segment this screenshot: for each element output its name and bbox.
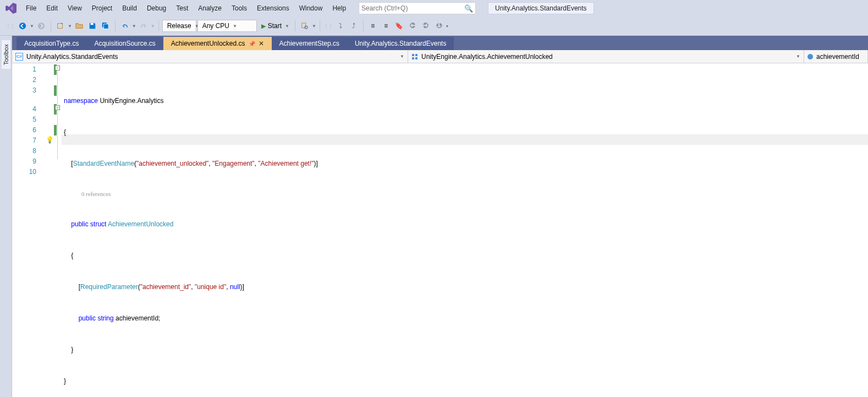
svg-rect-2 (58, 24, 63, 29)
menu-debug[interactable]: Debug (142, 1, 171, 15)
struct-icon (411, 53, 418, 60)
codelens[interactable]: 0 references (62, 190, 868, 198)
menu-bar: File Edit View Project Build Debug Test … (0, 0, 868, 17)
search-input[interactable] (361, 4, 464, 12)
field-icon (807, 54, 813, 59)
find-in-files-button[interactable] (299, 20, 311, 32)
left-dock: Toolbox (0, 36, 12, 397)
vs-logo-icon (6, 3, 17, 14)
quick-launch[interactable]: 🔍 (359, 2, 476, 14)
lightbulb-icon[interactable]: 💡 (46, 136, 54, 144)
toolbar-grip-icon: ⋮⋮ (6, 23, 14, 29)
menu-tools[interactable]: Tools (227, 1, 252, 15)
decrease-indent-button[interactable]: ≡ (367, 20, 379, 32)
toolbar-grip-icon: ⋮⋮ (323, 23, 332, 29)
solution-platform-dropdown[interactable]: Any CPU▼ (197, 20, 257, 32)
increase-indent-button[interactable]: ≡ (380, 20, 392, 32)
csharp-icon: C# (15, 53, 23, 61)
nav-forward-button[interactable] (35, 20, 47, 32)
menu-help[interactable]: Help (327, 1, 351, 15)
menu-file[interactable]: File (21, 1, 41, 15)
line-number-gutter: 123 45678910 (12, 63, 45, 397)
menu-test[interactable]: Test (171, 1, 193, 15)
code-surface[interactable]: namespace UnityEngine.Analytics { [Stand… (62, 63, 868, 397)
toolbox-tab[interactable]: Toolbox (2, 40, 10, 69)
menu-analyze[interactable]: Analyze (193, 1, 227, 15)
prev-bookmark-button[interactable]: ⮈ (406, 20, 419, 32)
fold-toggle[interactable]: − (55, 66, 60, 70)
svg-point-0 (19, 23, 26, 29)
bookmark-button[interactable]: 🔖 (393, 20, 405, 32)
close-icon[interactable]: ✕ (259, 40, 264, 47)
tab-achievementunlocked[interactable]: AchievementUnlocked.cs 📌 ✕ (163, 37, 272, 50)
tab-standardevents[interactable]: Unity.Analytics.StandardEvents (347, 37, 454, 50)
standard-toolbar: ⋮⋮ ▼ ▼ ▼ ▼ Release▼ Any CPU▼ ▶Start▼ ▼ ⋮… (0, 17, 868, 36)
type-dropdown[interactable]: UnityEngine.Analytics.AchievementUnlocke… (408, 50, 804, 63)
undo-button[interactable] (119, 20, 131, 32)
save-button[interactable] (86, 20, 98, 32)
new-project-button[interactable] (54, 20, 67, 32)
svg-rect-4 (302, 23, 306, 28)
menu-window[interactable]: Window (294, 1, 328, 15)
search-icon[interactable]: 🔍 (464, 4, 473, 13)
step-over-button[interactable]: ⤴ (348, 20, 360, 32)
svg-rect-9 (415, 57, 417, 59)
outlining-margin: − − (54, 63, 62, 397)
open-file-button[interactable] (73, 20, 85, 32)
menu-build[interactable]: Build (117, 1, 142, 15)
clear-bookmarks-button[interactable]: ⮋ (433, 20, 445, 32)
svg-point-1 (38, 23, 45, 29)
save-all-button[interactable] (100, 20, 112, 32)
solution-config-dropdown[interactable]: Release▼ (162, 20, 196, 32)
tab-acquisitionsource[interactable]: AcquisitionSource.cs (86, 37, 163, 50)
scope-dropdown[interactable]: C# Unity.Analytics.StandardEvents▼ (12, 50, 408, 63)
svg-point-5 (305, 26, 307, 29)
member-dropdown[interactable]: achievementId (804, 50, 868, 63)
menu-view[interactable]: View (63, 1, 87, 15)
menu-project[interactable]: Project (87, 1, 117, 15)
code-editor[interactable]: 123 45678910 💡 − − namespace UnityEngine… (12, 63, 868, 397)
redo-button[interactable] (138, 20, 150, 32)
step-into-button[interactable]: ⤵ (334, 20, 347, 32)
start-debug-button[interactable]: ▶Start▼ (258, 20, 292, 32)
svg-rect-6 (412, 54, 414, 56)
svg-rect-7 (415, 54, 417, 56)
svg-rect-8 (412, 57, 414, 59)
navigation-bar: C# Unity.Analytics.StandardEvents▼ Unity… (12, 50, 868, 63)
next-bookmark-button[interactable]: ⮊ (420, 20, 432, 32)
tab-achievementstep[interactable]: AchievementStep.cs (272, 37, 347, 50)
menu-edit[interactable]: Edit (41, 1, 63, 15)
document-tabs: AcquisitionType.cs AcquisitionSource.cs … (12, 36, 868, 50)
tab-acquisitiontype[interactable]: AcquisitionType.cs (17, 37, 86, 50)
nav-back-button[interactable] (17, 20, 29, 32)
document-well: AcquisitionType.cs AcquisitionSource.cs … (12, 36, 868, 397)
solution-name[interactable]: Unity.Analytics.StandardEvents (488, 2, 594, 14)
pin-icon[interactable]: 📌 (249, 41, 255, 47)
indicator-margin: 💡 (45, 63, 54, 397)
menu-extensions[interactable]: Extensions (252, 1, 294, 15)
svg-rect-3 (90, 23, 93, 25)
